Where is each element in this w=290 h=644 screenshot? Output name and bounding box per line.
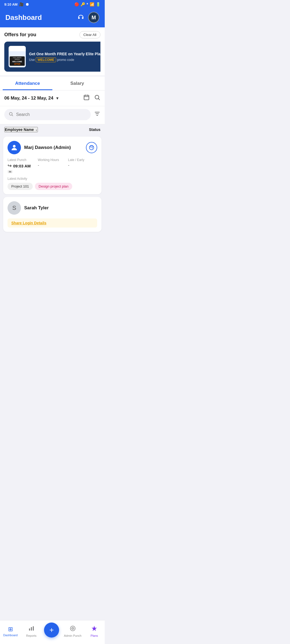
avatar-marj <box>8 141 21 154</box>
offer-text: OFFER <box>11 63 24 65</box>
tab-salary-label: Salary <box>70 81 84 86</box>
bluetooth-icon: * <box>87 2 88 6</box>
emp-name-marj: Marj Dawson (Admin) <box>24 145 71 150</box>
offers-scroll: FOR LIMITED PERIOD WELCOME OFFER Get One… <box>4 42 100 72</box>
tab-salary[interactable]: Salary <box>52 76 102 90</box>
limited-period-text: FOR LIMITED PERIOD <box>11 57 24 60</box>
status-icons-area: 🔴 🔑 * 📶 🔋 <box>74 2 100 6</box>
screen-record-icon: ⏺ <box>25 2 29 6</box>
headset-button[interactable] <box>77 14 84 21</box>
employee-name-label: Employee Name <box>5 127 34 132</box>
offers-section: Offers for you Clear All FOR LIMITED PER… <box>0 27 105 75</box>
svg-line-5 <box>99 99 100 100</box>
sort-by-name-button[interactable]: Employee Name ↓ <box>4 127 38 132</box>
date-action-icons <box>83 94 100 102</box>
welcome-text: WELCOME <box>11 60 24 63</box>
emp-card-top-sarah: S Sarah Tyler <box>8 201 97 215</box>
avatar-sarah: S <box>8 201 21 215</box>
punch-stat: Latest Punch ↪ 09:03 AM IN <box>8 158 37 174</box>
late-early-value: - <box>68 163 97 167</box>
filter-icon <box>94 111 100 117</box>
date-filter-row: 06 May, 24 - 12 May, 24 ▼ <box>0 90 105 106</box>
employee-list: Marj Dawson (Admin) Latest Punch ↪ 09:03… <box>0 134 105 259</box>
search-svg <box>9 112 13 116</box>
calendar-button[interactable] <box>83 94 90 102</box>
tab-attendance[interactable]: Attendance <box>3 76 52 90</box>
tabs-section: Attendance Salary <box>0 76 105 90</box>
video-icon: 🎥 <box>19 2 24 6</box>
date-range-text: 06 May, 24 - 12 May, 24 <box>4 96 53 101</box>
offers-header: Offers for you Clear All <box>4 31 100 38</box>
wifi-icon: 📶 <box>90 2 94 6</box>
emp-card-top-marj: Marj Dawson (Admin) <box>8 141 97 154</box>
punch-in-arrow-icon: ↪ <box>8 163 12 169</box>
svg-line-7 <box>12 115 13 116</box>
offer-description: Get One Month FREE on Yearly Elite Plan … <box>29 52 100 62</box>
offer-card-primary[interactable]: FOR LIMITED PERIOD WELCOME OFFER Get One… <box>4 42 100 72</box>
employee-card-sarah: S Sarah Tyler Share Login Details <box>3 197 102 232</box>
activity-tags: Project 101 Design project plan <box>8 183 97 190</box>
header-icons: M <box>77 12 99 23</box>
key-icon: 🔑 <box>81 2 85 6</box>
offer-phone-mockup: FOR LIMITED PERIOD WELCOME OFFER <box>9 46 26 67</box>
late-early-stat: Late / Early - <box>68 158 97 174</box>
calendar-icon <box>83 94 90 101</box>
search-date-button[interactable] <box>94 94 100 102</box>
employee-table-header: Employee Name ↓ Status <box>0 124 105 134</box>
emp-info-marj: Marj Dawson (Admin) <box>8 141 71 154</box>
clear-all-button[interactable]: Clear All <box>79 31 100 38</box>
task-tag[interactable]: Design project plan <box>35 183 72 190</box>
chevron-down-icon: ▼ <box>56 96 59 100</box>
app-header: Dashboard M <box>0 9 105 27</box>
emp-info-sarah: S Sarah Tyler <box>8 201 49 215</box>
svg-point-12 <box>89 145 94 150</box>
offer-promo-row: Use WELCOME promo code <box>29 58 100 62</box>
search-icon <box>94 94 100 101</box>
promo-code: WELCOME <box>36 57 56 62</box>
headset-icon <box>77 14 84 21</box>
page-title: Dashboard <box>5 13 42 22</box>
svg-rect-0 <box>84 95 89 100</box>
fingerprint-icon <box>89 145 95 151</box>
punch-in-badge: IN <box>8 170 13 173</box>
search-input[interactable] <box>16 112 86 117</box>
sort-arrow-icon: ↓ <box>35 128 37 132</box>
battery-icon: 🔋 <box>96 2 100 6</box>
avatar-letter: M <box>92 14 96 21</box>
punch-label: Latest Punch <box>8 158 37 162</box>
avatar-sarah-letter: S <box>12 204 16 211</box>
search-input-wrap <box>4 109 91 120</box>
person-icon <box>10 144 18 152</box>
offer-heading: Get One Month FREE on Yearly Elite Plan <box>29 52 100 56</box>
punch-status-button-marj[interactable] <box>86 142 97 153</box>
status-bar: 9:10 AM 🎥 ⏺ 🔴 🔑 * 📶 🔋 <box>0 0 105 9</box>
hours-stat: Working Hours - <box>38 158 67 174</box>
late-early-label: Late / Early <box>68 158 97 162</box>
promo-suffix: promo code <box>57 58 74 62</box>
notification-icon: 🔴 <box>74 2 79 6</box>
filter-button[interactable] <box>94 111 100 119</box>
punch-value: ↪ 09:03 AM <box>8 163 37 169</box>
search-row <box>0 106 105 124</box>
promo-use-label: Use <box>29 58 35 62</box>
share-login-banner: Share Login Details <box>8 218 97 228</box>
emp-stats-marj: Latest Punch ↪ 09:03 AM IN Working Hours… <box>8 158 97 174</box>
project-tag[interactable]: Project 101 <box>8 183 33 190</box>
status-time-area: 9:10 AM 🎥 ⏺ <box>4 2 29 6</box>
hours-value: - <box>38 163 67 167</box>
share-login-link[interactable]: Share Login Details <box>11 221 46 225</box>
status-time: 9:10 AM <box>4 2 17 6</box>
status-column-label: Status <box>89 127 100 132</box>
offers-title: Offers for you <box>4 32 36 38</box>
offer-badge: FOR LIMITED PERIOD WELCOME OFFER <box>10 56 25 66</box>
employee-card-marj: Marj Dawson (Admin) Latest Punch ↪ 09:03… <box>3 137 102 194</box>
hours-label: Working Hours <box>38 158 67 162</box>
punch-time: 09:03 AM <box>13 164 31 168</box>
user-avatar[interactable]: M <box>88 12 99 23</box>
date-range-button[interactable]: 06 May, 24 - 12 May, 24 ▼ <box>4 96 59 101</box>
emp-name-sarah: Sarah Tyler <box>24 205 49 211</box>
activity-label: Latest Activity <box>8 177 97 181</box>
svg-point-11 <box>13 145 16 148</box>
tab-attendance-label: Attendance <box>15 81 40 86</box>
search-icon <box>9 112 13 118</box>
